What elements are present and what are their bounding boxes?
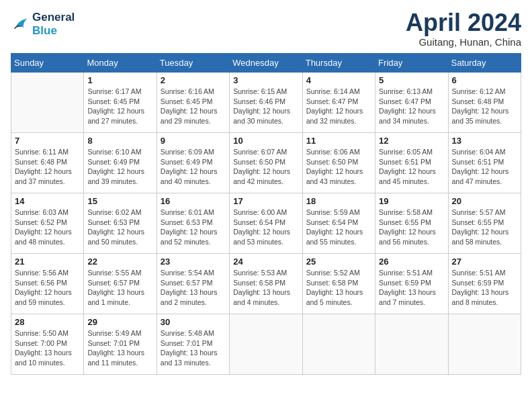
day-number: 28 [15, 317, 80, 327]
calendar-cell: 2Sunrise: 6:16 AM Sunset: 6:45 PM Daylig… [157, 73, 229, 133]
calendar-cell: 6Sunrise: 6:12 AM Sunset: 6:48 PM Daylig… [448, 73, 521, 133]
day-number: 17 [233, 196, 298, 206]
calendar-cell: 25Sunrise: 5:52 AM Sunset: 6:58 PM Dayli… [302, 254, 375, 314]
day-info: Sunrise: 6:14 AM Sunset: 6:47 PM Dayligh… [306, 87, 371, 126]
calendar-cell: 16Sunrise: 6:01 AM Sunset: 6:53 PM Dayli… [157, 193, 229, 254]
weekday-header-monday: Monday [84, 54, 157, 73]
day-info: Sunrise: 6:04 AM Sunset: 6:51 PM Dayligh… [452, 147, 517, 187]
day-info: Sunrise: 6:02 AM Sunset: 6:53 PM Dayligh… [87, 208, 152, 247]
logo-text: General Blue [32, 11, 75, 38]
day-number: 22 [87, 257, 152, 267]
calendar-table: SundayMondayTuesdayWednesdayThursdayFrid… [11, 53, 521, 375]
day-info: Sunrise: 6:16 AM Sunset: 6:45 PM Dayligh… [161, 87, 226, 126]
day-number: 25 [306, 257, 371, 267]
day-number: 21 [15, 257, 80, 267]
calendar-cell: 26Sunrise: 5:51 AM Sunset: 6:59 PM Dayli… [375, 254, 448, 314]
month-title: April 2024 [406, 11, 521, 35]
day-info: Sunrise: 6:05 AM Sunset: 6:51 PM Dayligh… [379, 147, 444, 187]
calendar-cell: 17Sunrise: 6:00 AM Sunset: 6:54 PM Dayli… [230, 193, 302, 254]
day-number: 1 [87, 75, 152, 85]
day-info: Sunrise: 5:58 AM Sunset: 6:55 PM Dayligh… [379, 208, 444, 247]
day-info: Sunrise: 5:57 AM Sunset: 6:55 PM Dayligh… [452, 208, 517, 247]
day-info: Sunrise: 6:13 AM Sunset: 6:47 PM Dayligh… [379, 87, 444, 126]
calendar-cell: 5Sunrise: 6:13 AM Sunset: 6:47 PM Daylig… [375, 73, 448, 133]
calendar-cell: 20Sunrise: 5:57 AM Sunset: 6:55 PM Dayli… [448, 193, 521, 254]
calendar-cell: 24Sunrise: 5:53 AM Sunset: 6:58 PM Dayli… [230, 254, 302, 314]
calendar-cell: 28Sunrise: 5:50 AM Sunset: 7:00 PM Dayli… [11, 314, 84, 375]
day-number: 2 [161, 75, 226, 85]
day-info: Sunrise: 5:48 AM Sunset: 7:01 PM Dayligh… [161, 328, 226, 368]
day-number: 9 [161, 136, 226, 146]
day-info: Sunrise: 6:01 AM Sunset: 6:53 PM Dayligh… [161, 208, 226, 247]
calendar-cell [375, 314, 448, 375]
week-row-4: 28Sunrise: 5:50 AM Sunset: 7:00 PM Dayli… [11, 314, 521, 375]
title-block: April 2024 Guitang, Hunan, China [406, 11, 521, 48]
day-info: Sunrise: 6:15 AM Sunset: 6:46 PM Dayligh… [233, 87, 298, 126]
day-info: Sunrise: 6:10 AM Sunset: 6:49 PM Dayligh… [87, 147, 152, 187]
calendar-cell: 19Sunrise: 5:58 AM Sunset: 6:55 PM Dayli… [375, 193, 448, 254]
calendar-cell: 22Sunrise: 5:55 AM Sunset: 6:57 PM Dayli… [84, 254, 157, 314]
calendar-cell: 14Sunrise: 6:03 AM Sunset: 6:52 PM Dayli… [11, 193, 84, 254]
calendar-cell: 1Sunrise: 6:17 AM Sunset: 6:45 PM Daylig… [84, 73, 157, 133]
day-info: Sunrise: 5:53 AM Sunset: 6:58 PM Dayligh… [233, 268, 298, 308]
calendar-cell: 30Sunrise: 5:48 AM Sunset: 7:01 PM Dayli… [157, 314, 229, 375]
calendar-cell: 18Sunrise: 5:59 AM Sunset: 6:54 PM Dayli… [302, 193, 375, 254]
week-row-0: 1Sunrise: 6:17 AM Sunset: 6:45 PM Daylig… [11, 73, 521, 133]
day-info: Sunrise: 6:17 AM Sunset: 6:45 PM Dayligh… [87, 87, 152, 126]
day-number: 26 [379, 257, 444, 267]
week-row-1: 7Sunrise: 6:11 AM Sunset: 6:48 PM Daylig… [11, 133, 521, 193]
day-number: 15 [87, 196, 152, 206]
calendar-cell: 7Sunrise: 6:11 AM Sunset: 6:48 PM Daylig… [11, 133, 84, 193]
day-info: Sunrise: 6:06 AM Sunset: 6:50 PM Dayligh… [306, 147, 371, 187]
calendar-cell [230, 314, 302, 375]
day-number: 18 [306, 196, 371, 206]
location: Guitang, Hunan, China [406, 36, 521, 48]
day-info: Sunrise: 6:12 AM Sunset: 6:48 PM Dayligh… [452, 87, 517, 126]
calendar-cell [11, 73, 84, 133]
day-info: Sunrise: 5:56 AM Sunset: 6:56 PM Dayligh… [15, 268, 80, 308]
day-info: Sunrise: 5:49 AM Sunset: 7:01 PM Dayligh… [87, 328, 152, 368]
week-row-3: 21Sunrise: 5:56 AM Sunset: 6:56 PM Dayli… [11, 254, 521, 314]
day-info: Sunrise: 5:50 AM Sunset: 7:00 PM Dayligh… [15, 328, 80, 368]
day-number: 27 [452, 257, 517, 267]
day-number: 16 [161, 196, 226, 206]
calendar-cell [448, 314, 521, 375]
logo-icon [11, 16, 30, 32]
day-number: 13 [452, 136, 517, 146]
calendar-cell: 4Sunrise: 6:14 AM Sunset: 6:47 PM Daylig… [302, 73, 375, 133]
weekday-header-tuesday: Tuesday [157, 54, 229, 73]
page-header: General Blue April 2024 Guitang, Hunan, … [11, 11, 521, 48]
calendar-cell: 15Sunrise: 6:02 AM Sunset: 6:53 PM Dayli… [84, 193, 157, 254]
calendar-cell: 3Sunrise: 6:15 AM Sunset: 6:46 PM Daylig… [230, 73, 302, 133]
day-info: Sunrise: 5:55 AM Sunset: 6:57 PM Dayligh… [87, 268, 152, 308]
calendar-cell [302, 314, 375, 375]
weekday-header-thursday: Thursday [302, 54, 375, 73]
day-number: 11 [306, 136, 371, 146]
weekday-header-saturday: Saturday [448, 54, 521, 73]
day-info: Sunrise: 5:51 AM Sunset: 6:59 PM Dayligh… [379, 268, 444, 308]
calendar-cell: 12Sunrise: 6:05 AM Sunset: 6:51 PM Dayli… [375, 133, 448, 193]
day-number: 5 [379, 75, 444, 85]
logo: General Blue [11, 11, 75, 38]
calendar-header-row: SundayMondayTuesdayWednesdayThursdayFrid… [11, 54, 521, 73]
day-info: Sunrise: 5:54 AM Sunset: 6:57 PM Dayligh… [161, 268, 226, 308]
day-number: 19 [379, 196, 444, 206]
day-number: 24 [233, 257, 298, 267]
day-number: 23 [161, 257, 226, 267]
calendar-cell: 10Sunrise: 6:07 AM Sunset: 6:50 PM Dayli… [230, 133, 302, 193]
calendar-cell: 9Sunrise: 6:09 AM Sunset: 6:49 PM Daylig… [157, 133, 229, 193]
calendar-cell: 29Sunrise: 5:49 AM Sunset: 7:01 PM Dayli… [84, 314, 157, 375]
calendar-cell: 27Sunrise: 5:51 AM Sunset: 6:59 PM Dayli… [448, 254, 521, 314]
day-info: Sunrise: 5:52 AM Sunset: 6:58 PM Dayligh… [306, 268, 371, 308]
day-number: 12 [379, 136, 444, 146]
weekday-header-friday: Friday [375, 54, 448, 73]
week-row-2: 14Sunrise: 6:03 AM Sunset: 6:52 PM Dayli… [11, 193, 521, 254]
day-number: 14 [15, 196, 80, 206]
day-number: 3 [233, 75, 298, 85]
calendar-cell: 13Sunrise: 6:04 AM Sunset: 6:51 PM Dayli… [448, 133, 521, 193]
day-number: 10 [233, 136, 298, 146]
day-info: Sunrise: 6:07 AM Sunset: 6:50 PM Dayligh… [233, 147, 298, 187]
day-info: Sunrise: 6:11 AM Sunset: 6:48 PM Dayligh… [15, 147, 80, 187]
day-number: 29 [87, 317, 152, 327]
day-info: Sunrise: 6:09 AM Sunset: 6:49 PM Dayligh… [161, 147, 226, 187]
